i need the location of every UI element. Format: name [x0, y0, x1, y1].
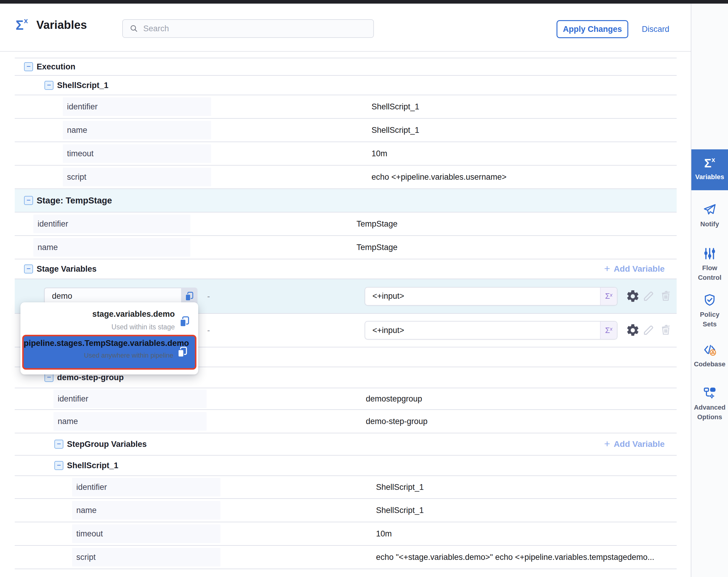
sidebar-item-policy-sets[interactable]: PolicySets [691, 293, 728, 329]
collapse-icon[interactable]: − [54, 440, 63, 449]
page-title: Variables [36, 19, 87, 31]
shield-check-icon [691, 293, 728, 307]
sidebar-item-notify[interactable]: Notify [691, 203, 728, 229]
collapse-icon[interactable]: − [54, 461, 63, 470]
section-label: ShellScript_1 [57, 80, 108, 90]
edit-pencil-icon[interactable] [642, 289, 656, 303]
tree-row-name: nameShellScript_1 [15, 119, 677, 142]
plus-icon: + [604, 438, 610, 449]
sidebar-item-label: FlowControl [691, 263, 728, 282]
popup-item-pipeline-scope-selected[interactable]: pipeline.stages.TempStage.variables.demo… [22, 335, 197, 370]
variable-value-input[interactable] [365, 291, 600, 301]
property-value: TempStage [357, 219, 398, 229]
sidebar-item-flow-control[interactable]: FlowControl [691, 246, 728, 282]
variables-sigma-logo-icon: Σx [16, 19, 28, 32]
property-label-cell: name [63, 121, 211, 140]
expression-sigma-icon[interactable]: Σx [600, 287, 617, 305]
popup-item-title: pipeline.stages.TempStage.variables.demo [24, 339, 173, 348]
tree-row-ss-identifier: identifierShellScript_1 [15, 476, 677, 499]
section-label: Execution [37, 62, 75, 72]
send-plane-icon [691, 203, 728, 217]
right-sidebar: ΣxVariablesNotifyFlowControlPolicySetsCo… [691, 4, 728, 577]
tree-row-stepgroup-variables: −StepGroup Variables+Add Variable [15, 433, 677, 456]
copy-icon[interactable] [176, 345, 189, 358]
add-variable-button[interactable]: +Add Variable [604, 439, 665, 449]
property-label-cell: name [53, 412, 207, 431]
sidebar-item-codebase[interactable]: Codebase [691, 343, 728, 369]
flowchart-gear-icon [691, 386, 728, 400]
search-input[interactable] [142, 24, 354, 34]
property-value: 10m [376, 529, 392, 538]
tree-row-stage-tempstage: −Stage: TempStage [15, 189, 677, 212]
popup-item-subtitle: Used anywhere within pipeline [24, 352, 173, 359]
settings-gear-icon[interactable] [626, 323, 640, 337]
property-label-cell: name [33, 238, 190, 257]
tree-row-timeout: timeout10m [15, 142, 677, 166]
tree-row-sg-shellscript-1: −ShellScript_1 [15, 456, 677, 476]
expression-sigma-icon[interactable]: Σx [600, 322, 617, 339]
search-box [122, 19, 374, 38]
tree-row-ss-timeout: timeout10m [15, 522, 677, 546]
search-icon [129, 24, 138, 33]
tree-row-stage-identifier: identifierTempStage [15, 212, 677, 236]
variable-value-field: Σx [365, 287, 618, 306]
edit-pencil-icon[interactable] [642, 323, 656, 337]
plus-icon: + [604, 263, 610, 274]
apply-changes-button[interactable]: Apply Changes [556, 20, 628, 38]
discard-button[interactable]: Discard [642, 20, 670, 38]
property-value: 10m [371, 149, 387, 158]
tree-row-identifier: identifierShellScript_1 [15, 95, 677, 119]
collapse-icon[interactable]: − [45, 81, 53, 90]
property-label-cell: name [72, 501, 220, 520]
property-value: echo <+pipeline.variables.username> [371, 173, 506, 182]
property-value: echo "<+stage.variables.demo>" echo <+pi… [376, 553, 654, 562]
tree-row-ss-name: nameShellScript_1 [15, 499, 677, 522]
top-black-bar [0, 0, 728, 4]
collapse-icon[interactable]: − [24, 196, 33, 205]
sidebar-item-label: Codebase [691, 359, 728, 369]
tree-row-stage-name: nameTempStage [15, 236, 677, 259]
sidebar-item-advanced-options[interactable]: AdvancedOptions [691, 386, 728, 422]
section-label: StepGroup Variables [67, 440, 147, 449]
variable-required-dash: - [207, 326, 210, 335]
property-value: demostepgroup [366, 394, 422, 404]
property-value: ShellScript_1 [376, 506, 424, 515]
copy-icon[interactable] [178, 315, 191, 328]
property-label-cell: timeout [63, 144, 211, 163]
property-label-cell: identifier [63, 97, 211, 116]
section-label: ShellScript_1 [67, 461, 118, 470]
settings-gear-icon[interactable] [626, 289, 640, 303]
property-label-cell: identifier [53, 390, 207, 408]
sliders-icon [691, 246, 728, 261]
code-warning-icon [691, 343, 728, 357]
tree-row-shellscript-1: −ShellScript_1 [15, 76, 677, 95]
property-value: ShellScript_1 [371, 126, 419, 135]
property-value: ShellScript_1 [371, 102, 419, 111]
popup-item-stage-scope[interactable]: stage.variables.demo Used within its sta… [20, 308, 198, 335]
collapse-icon[interactable]: − [24, 265, 33, 274]
delete-trash-icon[interactable] [659, 289, 674, 303]
tree-row-sg-identifier: identifierdemostepgroup [15, 388, 677, 410]
header: Σx Variables Apply Changes Discard [0, 4, 691, 52]
sidebar-item-label: PolicySets [691, 310, 728, 329]
sidebar-item-label: Variables [691, 172, 728, 182]
tree-row-script: scriptecho <+pipeline.variables.username… [15, 166, 677, 189]
tree-row-execution: −Execution [15, 58, 677, 76]
property-label-cell: script [63, 168, 211, 186]
collapse-icon[interactable]: − [24, 62, 33, 71]
delete-trash-icon[interactable] [659, 323, 674, 337]
property-label-cell: identifier [33, 215, 190, 233]
sidebar-item-label: AdvancedOptions [691, 403, 728, 422]
property-label-cell: identifier [72, 478, 220, 497]
sidebar-item-label: Notify [691, 219, 728, 229]
tree-row-sg-name: namedemo-step-group [15, 410, 677, 433]
tree-row-partial-row: − [15, 569, 677, 577]
tree-row-stage-variables: −Stage Variables+Add Variable [15, 259, 677, 279]
add-variable-button[interactable]: +Add Variable [604, 264, 665, 274]
property-value: TempStage [357, 243, 398, 252]
popup-item-title: stage.variables.demo [20, 309, 175, 319]
sidebar-item-variables[interactable]: ΣxVariables [691, 149, 728, 190]
variable-value-input[interactable] [365, 325, 600, 335]
property-value: ShellScript_1 [376, 483, 424, 492]
tree-row-ss-script: scriptecho "<+stage.variables.demo>" ech… [15, 546, 677, 569]
